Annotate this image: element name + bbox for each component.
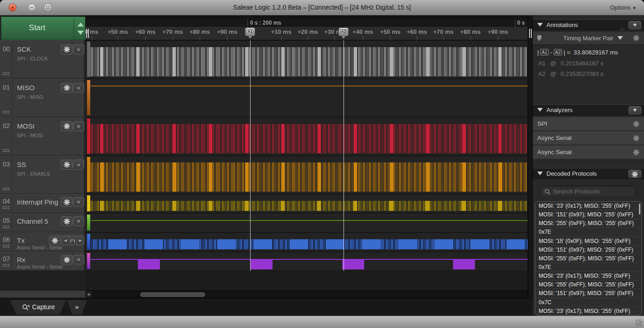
analyzer-settings-icon[interactable] — [633, 149, 639, 157]
protocol-result-row[interactable]: MOSI: '23' (0x17); MISO: '255' (0xFF) — [535, 202, 641, 210]
horizontal-scrollbar[interactable]: ◀ — [85, 290, 528, 298]
protocol-result-row[interactable]: MOSI: '151' (0x97); MISO: '255' (0xFF) — [535, 289, 641, 298]
start-options-up-arrow[interactable] — [77, 22, 84, 27]
pan-right-handle[interactable] — [529, 29, 532, 38]
channel-remove-button[interactable]: × — [73, 160, 84, 170]
marker-pair-settings-icon[interactable] — [633, 35, 639, 43]
protocol-result-row[interactable]: 0x7E — [535, 263, 641, 272]
protocol-result-row[interactable]: 0x7E — [535, 228, 641, 237]
add-analyzer-button[interactable]: + — [628, 106, 641, 114]
protocol-result-row[interactable]: MOSI: '255' (0xFF); MISO: '255' (0xFF) — [535, 254, 641, 263]
channel-remove-button[interactable]: × — [73, 121, 84, 131]
protocol-result-row[interactable]: MOSI: '23' (0x17); MISO: '255' (0xFF) — [535, 272, 641, 280]
serial-tx-waveform[interactable] — [91, 239, 528, 249]
protocol-result-row[interactable]: 0x7C — [535, 298, 641, 307]
drag-handle[interactable] — [2, 263, 10, 267]
edge-navigation-group: ◀ ▶ — [61, 236, 84, 245]
interrupt-waveform[interactable] — [91, 201, 528, 211]
protocol-result-row[interactable]: MOSI: '255' (0xFF); MISO: '255' (0xFF) — [535, 280, 641, 289]
protocol-result-row[interactable]: MOSI: '151' (0x97); MISO: '255' (0xFF) — [535, 246, 641, 254]
prev-edge-button[interactable]: ◀ — [62, 236, 69, 245]
resize-grip[interactable] — [635, 319, 642, 326]
add-annotation-button[interactable]: + — [628, 21, 641, 29]
analyzer-settings-icon[interactable] — [633, 121, 639, 129]
next-edge-button[interactable]: ▶ — [76, 236, 84, 245]
a2-badge: A2 — [554, 49, 562, 55]
channel-settings-button[interactable] — [49, 236, 60, 245]
channel-remove-button[interactable]: × — [73, 197, 84, 207]
protocol-result-row[interactable]: MOSI: '15' (0x0F); MISO: '255' (0xFF) — [535, 237, 641, 246]
waveform-row-channel5[interactable] — [85, 213, 528, 232]
timing-marker-a1-flag[interactable]: A1 — [245, 27, 255, 36]
serial-rx-burst — [251, 259, 273, 269]
waveform-row-miso[interactable] — [85, 79, 528, 117]
timing-marker-pair-row[interactable]: Timing Marker Pair — [533, 32, 644, 45]
channel-settings-button[interactable] — [61, 197, 72, 207]
timing-marker-a2-line[interactable] — [344, 40, 344, 271]
waveform-row-tx[interactable] — [85, 232, 528, 252]
analyzers-header[interactable]: Analyzers + — [533, 104, 644, 115]
analyzer-row-async-serial-2[interactable]: Async Serial — [533, 145, 644, 159]
serial-rx-burst — [342, 259, 364, 269]
timeline-tick-ruler[interactable]: 0 ms +50 ms +60 ms +70 ms +80 ms +90 ms … — [85, 27, 528, 40]
channel-remove-button[interactable]: × — [73, 216, 84, 226]
protocol-result-row[interactable]: MOSI: '255' (0xFF); MISO: '255' (0xFF) — [535, 219, 641, 228]
bottom-tab-bar: Capture » — [0, 298, 533, 316]
channel-remove-button[interactable]: × — [73, 83, 84, 93]
options-menu-button[interactable]: Options ▼ — [610, 4, 637, 11]
scrollbar-thumb[interactable] — [140, 292, 205, 297]
analyzer-row-async-serial-1[interactable]: Async Serial — [533, 131, 644, 145]
annotations-header[interactable]: Annotations + — [533, 19, 644, 30]
waveform-row-ss[interactable] — [85, 156, 528, 194]
tab-overflow-button[interactable]: » — [67, 300, 87, 315]
pulse-icon[interactable] — [69, 236, 76, 245]
collapse-triangle-icon[interactable] — [537, 172, 543, 175]
protocol-search-box[interactable] — [539, 185, 637, 197]
analyzer-row-spi[interactable]: SPI — [533, 117, 644, 131]
search-input[interactable] — [553, 187, 632, 196]
collapse-triangle-icon[interactable] — [537, 23, 543, 27]
drag-handle[interactable] — [2, 225, 10, 228]
drag-handle[interactable] — [2, 149, 10, 152]
start-options-down-arrow[interactable] — [77, 31, 84, 35]
clock-waveform[interactable] — [91, 47, 528, 76]
drag-handle[interactable] — [2, 206, 10, 209]
idle-high-line — [91, 220, 528, 221]
drag-handle[interactable] — [2, 72, 10, 75]
panel-corner — [0, 290, 85, 298]
channel-settings-button[interactable] — [61, 44, 72, 54]
timing-marker-a1-line[interactable] — [250, 40, 251, 271]
waveform-row-mosi[interactable] — [85, 117, 528, 156]
drag-handle[interactable] — [2, 187, 10, 190]
channel-number: 07 — [0, 252, 12, 270]
spi-data-waveform[interactable] — [91, 124, 528, 153]
analyzer-settings-icon[interactable] — [633, 135, 639, 143]
tab-capture[interactable]: Capture — [10, 300, 66, 315]
drag-handle[interactable] — [2, 244, 10, 247]
protocol-list-scrollbar-thumb[interactable] — [639, 204, 640, 215]
protocol-result-row[interactable]: MOSI: '23' (0x17); MISO: '255' (0xFF) — [535, 307, 641, 316]
decoded-protocols-header[interactable]: Decoded Protocols — [533, 168, 644, 179]
waveform-row-rx[interactable] — [85, 252, 528, 271]
collapse-triangle-icon[interactable] — [537, 108, 543, 112]
timing-marker-a2-flag[interactable]: A2 — [338, 27, 349, 36]
marker-pair-dropdown-icon[interactable] — [617, 36, 623, 40]
channel-settings-button[interactable] — [61, 83, 72, 93]
channel-remove-button[interactable]: × — [73, 255, 84, 264]
drag-handle[interactable] — [2, 110, 10, 113]
channel-settings-button[interactable] — [61, 160, 72, 170]
waveform-row-interrupt[interactable] — [85, 194, 528, 213]
enable-waveform[interactable] — [91, 162, 528, 192]
start-capture-button[interactable]: Start — [1, 16, 86, 40]
decoded-protocols-settings-button[interactable] — [628, 170, 641, 178]
protocol-result-row[interactable]: MOSI: '151' (0x97); MISO: '255' (0xFF) — [535, 210, 641, 219]
channel-remove-button[interactable]: × — [73, 44, 84, 54]
channel-settings-button[interactable] — [61, 255, 72, 264]
pan-left-handle[interactable] — [86, 29, 89, 38]
channel-color-strip — [87, 80, 90, 115]
channel-settings-button[interactable] — [61, 121, 72, 131]
scroll-left-arrow[interactable]: ◀ — [85, 291, 92, 298]
waveform-row-sck[interactable] — [85, 40, 528, 79]
channel-settings-button[interactable] — [61, 216, 72, 226]
channel-row-06: 06 Tx Async Serial - Serial ◀ ▶ — [0, 232, 84, 252]
